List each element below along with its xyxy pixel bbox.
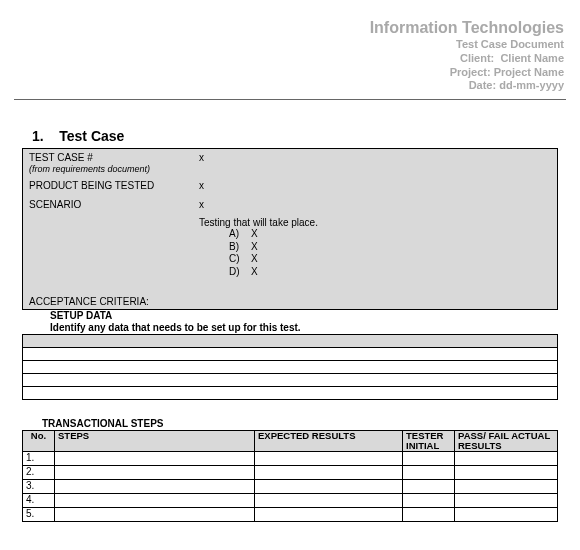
row-no: 3. [23, 479, 55, 493]
client-label: Client: [460, 52, 494, 64]
setup-title: SETUP DATA [50, 310, 112, 321]
section-title-text: Test Case [59, 128, 124, 144]
table-row: 4. [23, 493, 558, 507]
header-divider [14, 99, 566, 100]
header-title: Information Technologies [14, 18, 564, 38]
table-header-row: No. STEPS EXPECTED RESULTS TESTER INITIA… [23, 431, 558, 452]
row-no: 4. [23, 493, 55, 507]
col-tester-header: TESTER INITIAL [403, 431, 455, 452]
table-row: 5. [23, 507, 558, 521]
scenario-item-text: X [251, 241, 258, 252]
col-expected-header: EXPECTED RESULTS [255, 431, 403, 452]
scenario-item-letter: C) [229, 253, 251, 266]
setup-table-row [23, 361, 558, 374]
header-project: Project: Project Name [14, 66, 564, 80]
scenario-value: x [199, 199, 204, 210]
setup-data-table [22, 334, 558, 400]
scenario-row: SCENARIO x [29, 198, 551, 211]
date-label: Date: [469, 79, 497, 91]
setup-table-row [23, 387, 558, 400]
test-case-number-label: TEST CASE # [29, 152, 93, 163]
product-row: PRODUCT BEING TESTED x [29, 179, 551, 192]
test-case-number-value: x [199, 152, 204, 174]
col-steps-header: STEPS [55, 431, 255, 452]
document-header: Information Technologies Test Case Docum… [14, 18, 566, 93]
row-no: 1. [23, 451, 55, 465]
scenario-item-text: X [251, 228, 258, 239]
date-value: dd-mm-yyyy [499, 79, 564, 91]
scenario-item-letter: A) [229, 228, 251, 241]
test-case-number-note: (from requirements document) [29, 164, 150, 174]
row-no: 2. [23, 465, 55, 479]
section-number: 1. [32, 128, 44, 144]
header-doc-type: Test Case Document [14, 38, 564, 52]
scenario-item: D)X [229, 266, 551, 279]
scenario-item: C)X [229, 253, 551, 266]
scenario-description: Testing that will take place. [199, 217, 551, 228]
setup-table-row [23, 374, 558, 387]
transactional-title: TRANSACTIONAL STEPS [14, 418, 566, 429]
setup-desc: Identify any data that needs to be set u… [50, 322, 301, 333]
scenario-item: A)X [229, 228, 551, 241]
scenario-list: A)X B)X C)X D)X [229, 228, 551, 278]
scenario-item-text: X [251, 253, 258, 264]
project-label: Project: [450, 66, 491, 78]
scenario-item-text: X [251, 266, 258, 277]
setup-data-block: SETUP DATA Identify any data that needs … [22, 310, 558, 400]
table-row: 3. [23, 479, 558, 493]
product-label: PRODUCT BEING TESTED [29, 180, 199, 191]
test-case-info-box: TEST CASE # (from requirements document)… [22, 148, 558, 310]
header-date: Date: dd-mm-yyyy [14, 79, 564, 93]
col-passfail-header: PASS/ FAIL ACTUAL RESULTS [455, 431, 558, 452]
col-no-header: No. [23, 431, 55, 452]
acceptance-criteria-label: ACCEPTANCE CRITERIA: [29, 296, 551, 307]
client-value: Client Name [500, 52, 564, 64]
row-no: 5. [23, 507, 55, 521]
project-value: Project Name [494, 66, 564, 78]
scenario-item-letter: B) [229, 241, 251, 254]
scenario-item-letter: D) [229, 266, 251, 279]
scenario-label: SCENARIO [29, 199, 199, 210]
table-row: 2. [23, 465, 558, 479]
setup-table-header-row [23, 335, 558, 348]
test-case-number-row: TEST CASE # (from requirements document)… [29, 151, 551, 175]
header-client: Client: Client Name [14, 52, 564, 66]
transactional-steps-table: No. STEPS EXPECTED RESULTS TESTER INITIA… [22, 430, 558, 522]
section-heading: 1. Test Case [32, 128, 566, 144]
scenario-item: B)X [229, 241, 551, 254]
table-row: 1. [23, 451, 558, 465]
setup-table-row [23, 348, 558, 361]
product-value: x [199, 180, 204, 191]
